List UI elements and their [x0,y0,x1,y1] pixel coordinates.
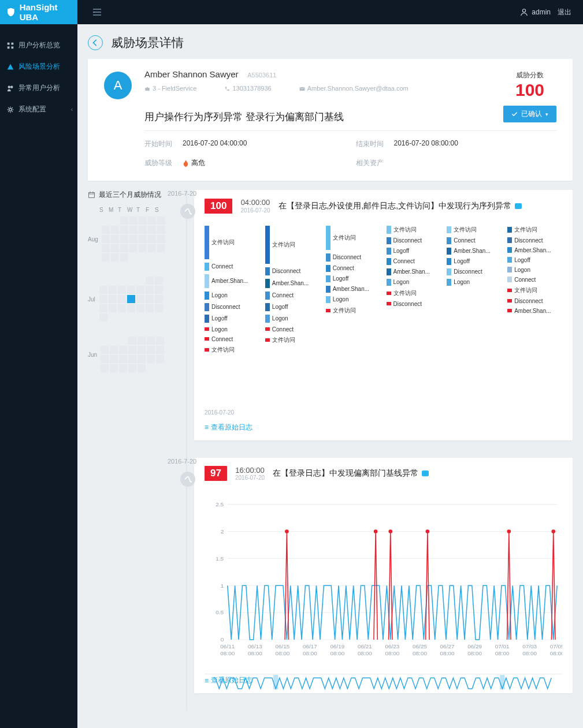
heatmap-cell[interactable] [119,355,127,363]
sankey-node[interactable]: Logon [265,315,320,323]
heatmap-cell[interactable] [136,295,144,303]
heatmap-cell[interactable] [129,216,138,225]
heatmap-cell[interactable] [109,286,117,294]
heatmap-cell[interactable] [99,304,107,312]
heatmap-cell[interactable] [155,304,163,312]
heatmap-cell[interactable] [147,346,155,354]
sankey-node[interactable]: Logoff [265,303,320,311]
heatmap-cell[interactable] [101,346,109,354]
sidebar-toggle[interactable] [92,8,102,16]
sankey-node[interactable]: Disconnect [387,237,441,244]
sankey-node[interactable]: Logon [447,279,502,286]
heatmap-cell[interactable] [136,304,144,312]
sankey-node[interactable]: Amber.Shan... [507,308,562,314]
heatmap-cell[interactable] [139,244,147,252]
sankey-node[interactable]: Disconnect [507,298,562,304]
sankey-node[interactable]: Connect [387,258,441,265]
heatmap-cell[interactable] [118,295,126,303]
heatmap-cell[interactable] [157,244,165,252]
sankey-node[interactable]: Connect [326,265,381,272]
heatmap-cell[interactable] [155,286,163,294]
heatmap-cell[interactable] [118,304,126,312]
sankey-node[interactable]: 文件访问 [326,226,381,250]
heatmap-cell[interactable] [128,346,136,354]
heatmap-cell[interactable] [101,355,109,363]
sidebar-item-risk-scenario[interactable]: 风险场景分析 [0,56,77,77]
sankey-node[interactable]: 文件访问 [387,289,441,297]
mini-overview[interactable] [205,674,562,690]
sankey-node[interactable]: Logoff [205,315,259,323]
heatmap-cell[interactable] [148,226,156,234]
heatmap-cell[interactable] [99,313,107,322]
sankey-node[interactable]: Amber.Shan... [205,274,259,288]
sankey-node[interactable]: Disconnect [265,267,320,275]
sankey-node[interactable]: Amber.Shan... [507,247,562,253]
heatmap-cell[interactable] [120,216,128,225]
heatmap-cell[interactable] [102,244,110,252]
heatmap-cell[interactable] [148,216,156,225]
heatmap-cell[interactable] [111,226,119,234]
sankey-node[interactable]: 文件访问 [326,307,381,315]
heatmap-cell[interactable] [139,226,147,234]
sankey-node[interactable]: Disconnect [326,253,381,262]
heatmap-cell[interactable] [156,337,164,345]
heatmap-cell[interactable] [136,286,144,294]
heatmap-cell[interactable] [147,337,155,345]
heatmap-cell[interactable] [156,355,164,363]
heatmap-cell[interactable] [157,216,165,225]
heatmap-cell[interactable] [156,346,164,354]
heatmap-cell[interactable] [138,355,146,363]
sankey-node[interactable]: Connect [205,263,259,271]
heatmap-cell[interactable] [99,286,107,294]
view-raw-log-link[interactable]: 查看原始日志 [205,423,562,432]
sankey-node[interactable]: Connect [507,277,562,283]
sankey-node[interactable]: Logoff [447,258,502,265]
heatmap-cell[interactable] [102,253,110,262]
sankey-node[interactable]: Logoff [387,248,441,255]
sankey-node[interactable]: Disconnect [205,303,259,311]
sankey-node[interactable]: Disconnect [507,237,562,244]
sidebar-item-abnormal-user[interactable]: 异常用户分析 [0,77,77,99]
heatmap-cell[interactable] [139,216,147,225]
heatmap-cell[interactable] [99,295,107,303]
heatmap-cell[interactable] [102,235,110,243]
heatmap-cell[interactable] [139,235,147,243]
heatmap-cell[interactable] [155,277,163,285]
sankey-node[interactable]: Logon [205,326,259,333]
heatmap-cell[interactable] [128,364,136,372]
sankey-node[interactable]: Disconnect [447,268,502,275]
sankey-node[interactable]: 文件访问 [205,226,259,259]
heatmap-cell[interactable] [119,364,127,372]
sankey-node[interactable]: Logon [507,267,562,273]
heatmap-cell[interactable] [118,286,126,294]
sankey-node[interactable]: Connect [205,336,259,342]
heatmap-cell[interactable] [128,337,136,345]
heatmap-cell[interactable] [111,235,119,243]
current-user[interactable]: admin [520,8,551,16]
sankey-node[interactable]: 文件访问 [265,226,320,264]
heatmap-cell[interactable] [120,235,128,243]
heatmap-cell[interactable] [148,235,156,243]
heatmap-cell[interactable] [111,253,119,262]
heatmap-cell[interactable] [119,346,127,354]
sankey-node[interactable]: 文件访问 [507,286,562,294]
heatmap-cell[interactable] [120,244,128,252]
sankey-node[interactable]: Logon [387,279,441,286]
sankey-node[interactable]: Connect [265,292,320,300]
heatmap-cell[interactable] [110,355,118,363]
heatmap-cell[interactable] [111,244,119,252]
heatmap-cell[interactable] [127,295,135,303]
heatmap-cell[interactable] [146,295,154,303]
heatmap-cell[interactable] [146,304,154,312]
heatmap-cell[interactable] [146,277,154,285]
sankey-node[interactable]: 文件访问 [447,226,502,234]
sankey-node[interactable]: Amber.Shan... [387,268,441,275]
heatmap-cell[interactable] [157,235,165,243]
heatmap-cell[interactable] [109,304,117,312]
heatmap-cell[interactable] [129,226,138,234]
sankey-node[interactable]: 文件访问 [387,226,441,234]
sankey-node[interactable]: Amber.Shan... [326,286,381,293]
heatmap-cell[interactable] [148,244,156,252]
heatmap-cell[interactable] [101,364,109,372]
heatmap-cell[interactable] [110,346,118,354]
